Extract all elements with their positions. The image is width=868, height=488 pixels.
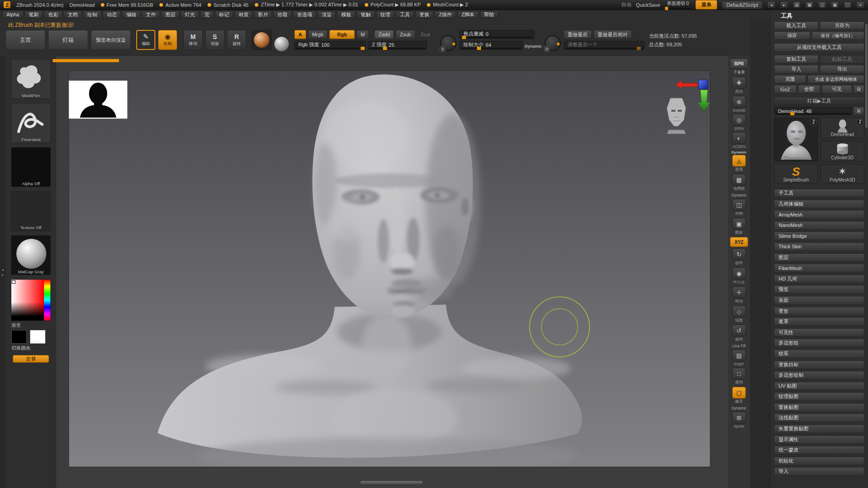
tool-section[interactable]: HD 几何 [774, 275, 864, 283]
fullscreen-icon[interactable]: ▢ [843, 1, 852, 8]
right-shelf-item[interactable]: ▦地网格 [732, 174, 746, 192]
tray-close-icon[interactable]: ▸ [2, 273, 4, 277]
right-shelf-icon[interactable]: ◫ [732, 199, 746, 211]
copy-tool-button[interactable]: 复制工具 [774, 55, 818, 64]
alpha-thumbnail[interactable]: Alpha Off [11, 147, 51, 187]
right-shelf-item[interactable]: ⊞Xpose [732, 412, 746, 429]
menu-item[interactable]: 灯光 [181, 11, 199, 19]
right-shelf-icon[interactable]: ↻ [732, 248, 746, 260]
menu-item[interactable]: Alpha [2, 11, 23, 19]
tool-section[interactable]: ArrayMesh [774, 210, 864, 219]
tray-open-icon[interactable]: ◂ [2, 268, 4, 272]
tool-section[interactable]: 置换贴图 [774, 403, 864, 412]
stroke-dial[interactable]: S [440, 35, 456, 51]
layout-b-icon[interactable]: ▦ [805, 1, 813, 8]
tool-section[interactable]: 法线贴图 [774, 414, 864, 422]
export-button[interactable]: 导出 [820, 65, 864, 74]
tool-section[interactable]: 初始化 [774, 457, 864, 465]
load-tool-button[interactable]: 载入工具 [774, 21, 818, 30]
move-mode-button[interactable]: M 移动 [184, 30, 203, 50]
preview-boolean-button[interactable]: 预览布尔渲染 [91, 30, 131, 50]
right-shelf-item[interactable]: ◎100% [732, 114, 746, 131]
menu-item[interactable]: 宏 [200, 11, 213, 19]
tray-collapse-left-icon[interactable]: ◂ [767, 1, 775, 8]
menu-item[interactable]: 材质 [234, 11, 253, 19]
m-button[interactable]: M [357, 30, 369, 39]
menu-item[interactable]: 标记 [215, 11, 233, 19]
tool-index-slider[interactable]: DemoHead. 48 [774, 107, 852, 115]
zsub-button[interactable]: Zsub [396, 30, 415, 39]
tool-section[interactable]: UV 贴图 [774, 382, 864, 390]
main-color-swatch[interactable] [11, 330, 27, 344]
save-increment-button[interactable]: 保存（编号加1） [812, 31, 864, 40]
redo-last-button[interactable]: 重做最后 [564, 30, 592, 39]
paste-tool-button[interactable]: 粘贴工具 [820, 55, 864, 64]
right-shelf-icon[interactable]: ◎ [732, 114, 746, 126]
right-shelf-icon[interactable]: □ [732, 368, 746, 380]
menu-item[interactable]: Z脚本 [457, 11, 479, 19]
right-tray-divider[interactable]: ↻ [750, 10, 770, 488]
slider-handle[interactable] [637, 47, 641, 50]
tool-r-button[interactable]: R [853, 107, 864, 115]
secondary-color-swatch[interactable] [30, 330, 45, 344]
alpha-preview-thumbnail[interactable] [69, 80, 128, 119]
material-thumbnail[interactable]: MatCap Gray [11, 235, 51, 275]
slider-handle[interactable] [790, 112, 794, 115]
focal-shift-slider[interactable]: 焦点衰减0 [459, 30, 535, 39]
mrgb-button[interactable]: Mrgb [308, 30, 327, 39]
goz-all-button[interactable]: 全部 [798, 85, 821, 94]
menu-item[interactable]: 渲染 [317, 11, 336, 19]
right-shelf-icon[interactable]: ◐ [732, 132, 746, 144]
tool-section[interactable]: Slime Bridge [774, 232, 864, 240]
canvas-area[interactable] [56, 56, 728, 488]
rotate-mode-button[interactable]: R 旋转 [227, 30, 246, 50]
menu-item[interactable]: Z插件 [435, 11, 456, 19]
right-shelf-icon[interactable]: ▢ [732, 387, 746, 399]
goz-r-button[interactable]: R [853, 85, 864, 94]
lightbox-button[interactable]: 灯箱 [48, 30, 88, 50]
right-shelf-item[interactable]: ◐AC50% [732, 132, 746, 149]
tool-section[interactable]: 显示属性 [774, 435, 864, 444]
draw-size-slider[interactable]: 绘制大小64 [459, 41, 523, 50]
right-shelf-icon[interactable]: ✚ [732, 77, 746, 89]
right-shelf-item[interactable]: ↺旋转 [732, 325, 746, 342]
tool-thumbnail-polymesh3d[interactable]: ✶ PolyMesh3D [820, 164, 864, 184]
draw-mode-button[interactable]: ◉ 绘制 [158, 30, 177, 50]
right-shelf-item[interactable]: ▤PolyF [732, 350, 746, 366]
menu-item[interactable]: 绘制 [83, 11, 101, 19]
slider-handle[interactable] [383, 47, 387, 50]
right-shelf-item[interactable]: ▣图标 [732, 218, 746, 236]
gradient-sphere-icon[interactable] [274, 37, 289, 51]
left-tray-divider[interactable]: ◂ ▸ [0, 56, 5, 488]
lightbox-tool-button[interactable]: 灯箱▶工具 [774, 97, 864, 105]
edit-mode-button[interactable]: ✎ 编辑 [136, 30, 155, 50]
save-as-button[interactable]: 另存为 [820, 21, 864, 30]
zcut-button[interactable]: Zcut [417, 30, 434, 39]
load-from-project-button[interactable]: 从项目文件载入工具 [774, 43, 864, 52]
ui-opacity-slider[interactable]: 界面透明 0 [665, 0, 691, 9]
right-shelf-item[interactable]: ✚滚动 [732, 77, 746, 94]
active-tool-thumbnail[interactable]: 2 DemoHead [774, 118, 818, 162]
tool-section[interactable]: 多边形组 [774, 339, 864, 347]
right-shelf-item[interactable]: ▢幽灵 [732, 387, 746, 404]
right-shelf-item[interactable]: ◉中心点 [732, 267, 746, 285]
layout-c-icon[interactable]: ◫ [818, 1, 826, 8]
menu-item[interactable]: 影片 [254, 11, 272, 19]
tool-section[interactable]: 遮罩 [774, 317, 864, 326]
redo-last-relative-button[interactable]: 重做最后相对 [594, 30, 632, 39]
mask-brush-thumbnail[interactable]: MaskPen [11, 59, 51, 99]
z-intensity-slider[interactable]: Z 强度25 [368, 41, 427, 50]
tool-section[interactable]: 多边形绘制 [774, 371, 864, 380]
tool-section[interactable]: 可见性 [774, 328, 864, 337]
zadd-button[interactable]: Zadd [374, 30, 394, 39]
menu-item[interactable]: 文件 [142, 11, 160, 19]
horizontal-scrollbar[interactable] [360, 480, 423, 485]
tool-section[interactable]: 导入 [774, 467, 864, 476]
menu-item[interactable]: 色彩 [44, 11, 62, 19]
stroke-thumbnail[interactable]: FreeHand [11, 103, 51, 143]
tool-section[interactable]: 预览 [774, 285, 864, 294]
right-shelf-item[interactable]: ⊕ZoomD [732, 96, 746, 113]
saturation-value-square[interactable] [11, 280, 44, 320]
slider-handle[interactable] [462, 36, 466, 39]
dynamics-dial[interactable]: D [545, 35, 561, 51]
